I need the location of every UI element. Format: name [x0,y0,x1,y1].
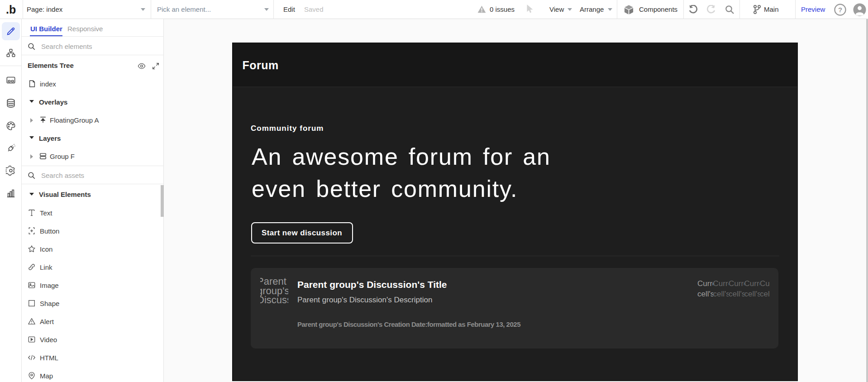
svg-text:?: ? [838,6,842,14]
